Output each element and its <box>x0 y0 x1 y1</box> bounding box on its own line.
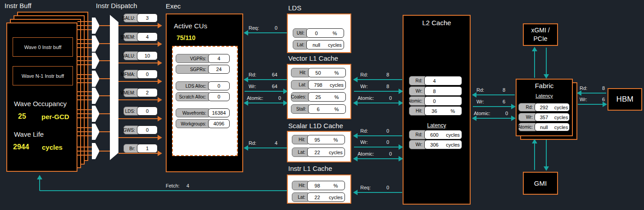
arrow-vl1-wr <box>245 91 287 92</box>
field-sl1d-lat: Lat: 22cycles <box>292 147 345 157</box>
arrow-fabric-to-xgmi <box>534 48 535 78</box>
counter-value: 0 <box>137 125 158 134</box>
counter-gws: GWS: 0 <box>123 125 158 134</box>
waveN-label: Wave N-1 Instr buff <box>22 73 64 79</box>
mux-0-input-wire-0 <box>77 21 92 22</box>
field-label: Workgroups: <box>176 119 211 128</box>
field-lds-util: Util: 0% <box>293 28 344 38</box>
flow-vl1-l2-wr: Wr:8 <box>360 84 389 89</box>
flow-il1-l2-req: Req:0 <box>360 185 389 190</box>
fabric-latency-label: Latency <box>516 93 573 98</box>
field-fabric-rd: Rd: 292cycles <box>518 103 570 112</box>
hbm-box: HBM <box>608 88 642 111</box>
dispatch-mux-4 <box>92 88 100 104</box>
flow-l2-fabric-rd: Rd:8 <box>476 87 505 93</box>
dispatch-arrow-4 <box>118 99 161 100</box>
field-value: 24 <box>208 65 230 74</box>
arrow-sl1d-l2-rd <box>354 135 402 136</box>
arrow-gmi-to-fabric <box>534 140 535 170</box>
gpu-architecture-diagram: Instr Buff Wave 0 Instr buff Wave N-1 In… <box>0 0 644 210</box>
field-l2-atomic: Atomic: 0 <box>409 96 462 106</box>
vector-l1-title: Vector L1 Cache <box>288 54 338 62</box>
mux-2-input-wire-0 <box>77 56 92 57</box>
active-cus-label: Active CUs <box>174 22 207 30</box>
scalar-l1d-title: Scalar L1D Cache <box>288 122 343 130</box>
field-il1-lat: Lat: 22cycles <box>292 192 345 202</box>
dispatch-mux-5 <box>92 106 100 122</box>
mux-1-input-wire-0 <box>77 39 92 40</box>
mux-0-input-wire-2 <box>77 29 92 30</box>
field-label: SGPRs: <box>176 65 211 74</box>
mux-3-input-wire-0 <box>77 74 92 75</box>
arrow-l2-fabric-rd <box>473 94 515 95</box>
dispatch-mux-0 <box>92 18 100 34</box>
field-value: 0% <box>306 28 344 38</box>
fetch-line <box>40 190 287 191</box>
mux-0-input-wire-1 <box>77 25 92 26</box>
wave0-label: Wave 0 Instr buff <box>24 45 62 50</box>
flow-sl1d-rd: Rd:4 <box>249 140 277 146</box>
arrow-sl1d-l2-wr <box>354 147 402 147</box>
wave-life-label: Wave Life <box>14 130 44 138</box>
field-il1-hit: Hit: 98% <box>292 181 345 190</box>
mux-5-input-wire-1 <box>77 113 92 114</box>
mux-1-input-wire-1 <box>77 43 92 44</box>
flow-sl1d-l2-wr: Wr:0 <box>360 139 389 145</box>
field-value: 16384 <box>208 108 230 117</box>
field-fabric-wr: Wr: 357cycles <box>518 113 570 121</box>
flow-sl1d-l2-rd: Rd:0 <box>360 128 389 134</box>
field-vgprs: VGPRs: 4 <box>176 54 230 63</box>
flow-vl1-l2-atomic: Atomic:0 <box>358 95 392 101</box>
field-fabric-atomic: Atomic: nullcycles <box>518 123 570 131</box>
field-value: 357cycles <box>535 113 570 121</box>
counter-valu: VALU: 10 <box>123 51 158 60</box>
exec-title: Exec <box>166 2 181 10</box>
field-value: 36% <box>424 106 462 116</box>
mux-1-input-wire-2 <box>77 47 92 48</box>
dispatch-mux-1 <box>92 36 100 52</box>
field-l2-lat-wr: Wr: 306cycles <box>409 140 462 149</box>
xgmi-line1: xGMI / <box>531 26 549 35</box>
field-value: 22cycles <box>307 192 345 202</box>
field-l2-hit: Hit: 36% <box>409 106 462 116</box>
mux-7-input-wire-0 <box>77 147 92 147</box>
flow-vl1-atomic: Atomic:0 <box>247 95 281 101</box>
flow-vl1-l2-rd: Rd:8 <box>360 72 389 77</box>
waveN-instr-buff-box: Wave N-1 Instr buff <box>13 66 73 85</box>
flow-fabric-hbm-wr: Wr:6 <box>580 97 605 102</box>
field-value: 0 <box>208 81 230 90</box>
field-value: 306cycles <box>424 140 462 149</box>
field-label: Wavefronts: <box>176 108 211 117</box>
arrow-vl1-atomic <box>245 103 287 103</box>
flow-l2-fabric-wr: Wr:6 <box>476 99 505 104</box>
l2-latency-label: Latency <box>403 122 471 129</box>
arrow-sl1d-l2-atomic <box>354 158 402 159</box>
mux-2-input-wire-1 <box>77 60 92 61</box>
flow-vl1-rd: Rd:64 <box>249 72 277 77</box>
arrow-vl1-rd <box>245 79 287 80</box>
field-value: 95% <box>307 135 345 144</box>
counter-lds: LDS: 0 <box>123 107 158 116</box>
flow-fabric-hbm-rd: Rd:8 <box>580 85 605 91</box>
field-value: 50% <box>308 68 346 77</box>
mux-5-input-wire-0 <box>77 109 92 110</box>
lds-title: LDS <box>288 4 301 12</box>
field-l2-rd: Rd: 4 <box>409 76 462 85</box>
field-sgprs: SGPRs: 24 <box>176 65 230 74</box>
dispatch-arrow-1 <box>118 44 161 45</box>
arrow-l2-fabric-wr <box>473 106 515 107</box>
counter-value: 1 <box>137 144 158 153</box>
field-value: 600cycles <box>424 130 462 139</box>
dispatch-crossbar <box>110 15 118 160</box>
arrow-xgmi-to-fabric <box>546 48 547 78</box>
mux-6-output-wire <box>99 131 110 132</box>
xgmi-pcie-box: xGMI / PCIe <box>523 23 558 46</box>
dispatch-mux-7 <box>92 143 100 159</box>
fabric-title: Fabric <box>516 82 573 89</box>
counter-value: 0 <box>137 70 158 79</box>
mux-5-input-wire-2 <box>77 117 92 118</box>
field-value: 4 <box>208 54 230 63</box>
field-value: 6% <box>308 104 346 114</box>
arrow-fabric-to-gmi <box>546 140 547 170</box>
dispatch-mux-6 <box>92 124 100 140</box>
